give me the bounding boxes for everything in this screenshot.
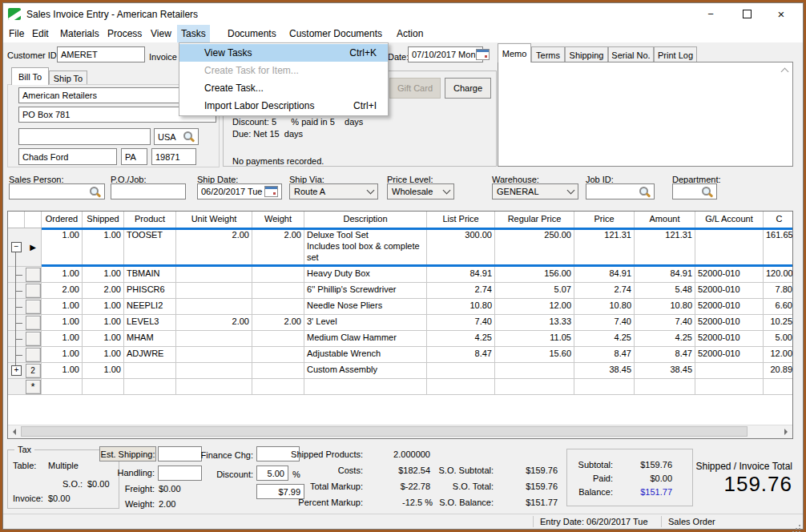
po-job-field[interactable] (111, 183, 186, 200)
grid-cell[interactable] (304, 379, 427, 395)
grid-cell[interactable]: 1.00 (83, 299, 124, 315)
grid-cell[interactable] (427, 363, 495, 379)
warehouse-select[interactable]: GENERAL (492, 183, 578, 200)
grid-cell[interactable]: 15.60 (495, 347, 574, 363)
grid-column-header[interactable]: Product (124, 212, 176, 228)
grid-cell[interactable]: 1.00 (83, 331, 124, 347)
menu-tasks[interactable]: Tasks (177, 25, 210, 42)
tab-bill-to[interactable]: Bill To (11, 67, 49, 85)
grid-cell[interactable]: 1.00 (42, 315, 83, 331)
grid-cell[interactable] (635, 379, 695, 395)
grid-cell[interactable]: 6.60 (764, 299, 793, 315)
row-header-cell[interactable] (25, 315, 42, 331)
price-level-select[interactable]: Wholesale (387, 183, 454, 200)
tree-cell[interactable]: + (8, 363, 25, 379)
grid-cell[interactable] (495, 379, 574, 395)
grid-cell[interactable]: 4.25 (635, 331, 695, 347)
grid-row[interactable]: 1.001.00TBMAINHeavy Duty Box84.91156.008… (8, 267, 792, 283)
row-header-cell[interactable]: * (25, 379, 42, 395)
grid-cell[interactable] (574, 379, 635, 395)
grid-column-header[interactable] (8, 212, 25, 228)
expand-icon[interactable]: + (11, 365, 22, 376)
grid-cell[interactable]: 84.91 (635, 267, 695, 283)
scrollbar-thumb[interactable] (21, 426, 748, 437)
grid-cell[interactable]: 300.00 (427, 228, 495, 267)
grid-cell[interactable]: 84.91 (427, 267, 495, 283)
grid-cell[interactable]: 121.31 (635, 228, 695, 267)
grid-cell[interactable]: Deluxe Tool Set Includes tool box & comp… (304, 228, 427, 267)
ship-date-calendar-icon[interactable] (264, 186, 278, 197)
scroll-up-icon[interactable] (781, 66, 788, 74)
grid-cell[interactable]: 38.45 (574, 363, 635, 379)
menu-edit[interactable]: Edit (28, 25, 53, 42)
scroll-right-icon[interactable] (780, 425, 792, 437)
grid-cell[interactable]: 1.00 (83, 315, 124, 331)
grid-cell[interactable] (176, 299, 252, 315)
grid-cell[interactable]: 10.80 (635, 299, 695, 315)
grid-cell[interactable]: 1.00 (83, 228, 124, 267)
grid-cell[interactable] (83, 379, 124, 395)
tab-terms[interactable]: Terms (531, 46, 565, 62)
grid-cell[interactable]: 8.47 (635, 347, 695, 363)
grid-column-header[interactable]: Unit Weight (176, 212, 252, 228)
grid-cell[interactable]: 5.07 (495, 283, 574, 299)
ship-date-field[interactable]: 06/20/2017 Tue (197, 183, 282, 200)
grid-cell[interactable]: 7.80 (764, 283, 793, 299)
grid-cell[interactable] (427, 379, 495, 395)
row-header-cell[interactable] (25, 347, 42, 363)
menu-process[interactable]: Process (103, 25, 146, 42)
grid-cell[interactable]: 10.25 (764, 315, 793, 331)
grid-cell[interactable]: TOOSET (124, 228, 176, 267)
grid-cell[interactable]: 10.80 (574, 299, 635, 315)
grid-cell[interactable]: 1.00 (42, 347, 83, 363)
grid-row[interactable]: 1.001.00MHAMMedium Claw Hammer4.2511.054… (8, 331, 792, 347)
grid-cell[interactable]: 84.91 (574, 267, 635, 283)
grid-cell[interactable]: 52000-010 (695, 347, 764, 363)
grid-row[interactable]: −▶1.001.00TOOSET2.002.00Deluxe Tool Set … (8, 228, 792, 267)
grid-row[interactable]: 1.001.00ADJWREAdjustable Wrench8.4715.60… (8, 347, 792, 363)
grid-cell[interactable] (124, 379, 176, 395)
grid-cell[interactable] (176, 347, 252, 363)
sales-person-lookup-icon[interactable] (87, 186, 101, 198)
grid-cell[interactable]: 2.00 (42, 283, 83, 299)
grid-cell[interactable]: 7.40 (635, 315, 695, 331)
grid-cell[interactable]: NEEPLI2 (124, 299, 176, 315)
zip-field[interactable]: 19871 (151, 148, 196, 165)
grid-column-header[interactable]: Amount (635, 212, 695, 228)
grid-cell[interactable] (176, 267, 252, 283)
grid-cell[interactable]: 11.05 (495, 331, 574, 347)
calendar-icon[interactable] (476, 49, 490, 60)
ship-via-select[interactable]: Route A (289, 183, 378, 200)
collapse-icon[interactable]: − (11, 242, 22, 252)
grid-cell[interactable] (252, 283, 304, 299)
est-shipping-button[interactable]: Est. Shipping: (99, 446, 156, 461)
grid-cell[interactable]: 6'' Phillip's Screwdriver (304, 283, 427, 299)
grid-cell[interactable]: 12.00 (764, 347, 793, 363)
grid-column-header[interactable] (25, 212, 42, 228)
department-lookup-icon[interactable] (699, 186, 713, 198)
grid-cell[interactable] (252, 299, 304, 315)
grid-cell[interactable]: 38.45 (635, 363, 695, 379)
grid-cell[interactable]: Needle Nose Pliers (304, 299, 427, 315)
job-id-lookup-icon[interactable] (637, 186, 651, 198)
grid-row[interactable]: 2.002.00PHISCR66'' Phillip's Screwdriver… (8, 283, 792, 299)
grid-cell[interactable]: 1.00 (42, 331, 83, 347)
row-header-cell[interactable]: 2 (25, 363, 42, 379)
grid-cell[interactable]: 120.00 (764, 267, 793, 283)
grid-cell[interactable] (176, 379, 252, 395)
grid-row[interactable]: 1.001.00LEVEL32.002.003' Level7.4013.337… (8, 315, 792, 331)
grid-column-header[interactable]: G/L Account (695, 212, 764, 228)
menu-file[interactable]: File (5, 25, 28, 42)
row-header-cell[interactable] (25, 283, 42, 299)
grid-cell[interactable]: 250.00 (495, 228, 574, 267)
grid-cell[interactable]: LEVEL3 (124, 315, 176, 331)
grid-cell[interactable] (252, 379, 304, 395)
menu-documents[interactable]: Documents (224, 25, 280, 42)
grid-cell[interactable]: 2.00 (176, 228, 252, 267)
row-header-cell[interactable] (25, 267, 42, 283)
grid-cell[interactable] (176, 283, 252, 299)
grid-cell[interactable]: 1.00 (42, 267, 83, 283)
menu-customer-documents[interactable]: Customer Documents (285, 25, 386, 42)
grid-column-header[interactable]: Description (304, 212, 427, 228)
grid-cell[interactable]: 1.00 (42, 299, 83, 315)
